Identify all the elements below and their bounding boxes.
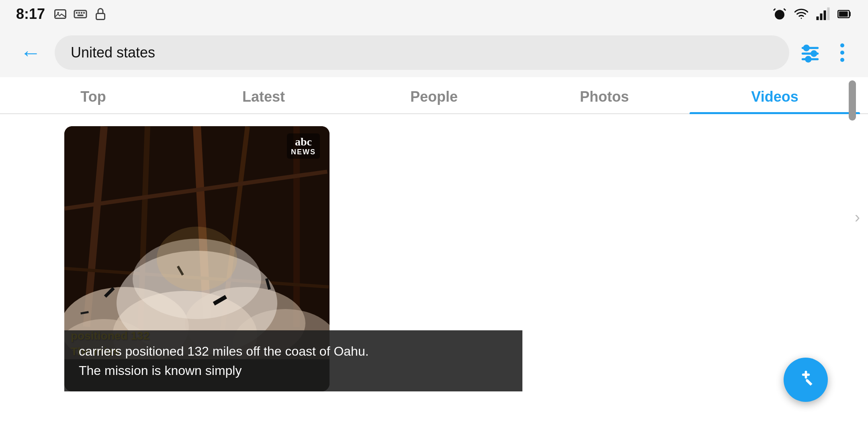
tab-latest[interactable]: Latest bbox=[178, 77, 349, 113]
signal-icon bbox=[816, 7, 830, 21]
svg-rect-8 bbox=[96, 14, 105, 20]
abc-text: abc bbox=[291, 136, 316, 148]
tab-photos[interactable]: Photos bbox=[519, 77, 690, 113]
svg-rect-15 bbox=[827, 8, 830, 20]
news-text: NEWS bbox=[291, 148, 316, 156]
tab-top[interactable]: Top bbox=[8, 77, 178, 113]
tab-videos[interactable]: Videos bbox=[690, 77, 860, 113]
chevron-right-icon[interactable]: › bbox=[855, 208, 860, 226]
scrollbar-thumb[interactable] bbox=[849, 80, 856, 121]
filter-icon[interactable] bbox=[799, 41, 821, 64]
svg-point-24 bbox=[806, 57, 811, 62]
status-bar: 8:17 bbox=[0, 0, 868, 28]
tab-people[interactable]: People bbox=[349, 77, 519, 113]
alarm-icon bbox=[772, 7, 787, 21]
svg-rect-12 bbox=[817, 16, 819, 20]
svg-point-20 bbox=[804, 46, 809, 51]
plus-pen-icon bbox=[795, 367, 817, 389]
keyboard-icon bbox=[73, 7, 88, 21]
battery-icon bbox=[837, 7, 852, 21]
svg-point-26 bbox=[840, 51, 844, 55]
photo-icon bbox=[53, 7, 68, 21]
svg-rect-2 bbox=[74, 10, 86, 18]
svg-rect-17 bbox=[839, 12, 848, 17]
back-button[interactable]: ← bbox=[16, 42, 45, 63]
svg-point-48 bbox=[157, 227, 237, 291]
more-vertical-icon[interactable] bbox=[833, 41, 852, 64]
status-time: 8:17 bbox=[16, 6, 45, 23]
svg-line-11 bbox=[784, 9, 786, 11]
svg-point-1 bbox=[57, 12, 59, 14]
abc-news-logo: abc NEWS bbox=[287, 133, 320, 159]
scrollbar[interactable] bbox=[849, 80, 856, 161]
svg-point-25 bbox=[840, 43, 844, 47]
compose-fab-button[interactable] bbox=[784, 358, 828, 402]
compose-icon bbox=[795, 367, 817, 393]
header-actions bbox=[799, 41, 852, 64]
status-right bbox=[772, 7, 852, 21]
svg-rect-0 bbox=[55, 10, 66, 18]
status-icons bbox=[53, 7, 108, 21]
wifi-icon bbox=[794, 7, 809, 21]
video-card[interactable]: abc NEWS positioned 132 The miss carrier… bbox=[64, 126, 426, 391]
svg-rect-14 bbox=[824, 10, 826, 20]
svg-point-27 bbox=[840, 58, 844, 62]
search-input[interactable] bbox=[55, 35, 789, 70]
header: ← bbox=[0, 28, 868, 77]
svg-line-10 bbox=[774, 9, 776, 11]
tabs: Top Latest People Photos Videos bbox=[0, 77, 868, 114]
svg-rect-13 bbox=[820, 14, 823, 20]
svg-point-22 bbox=[812, 51, 817, 56]
status-left: 8:17 bbox=[16, 6, 108, 23]
caption-text: carriers positioned 132 miles off the co… bbox=[79, 342, 508, 380]
caption-overlay: carriers positioned 132 miles off the co… bbox=[64, 330, 522, 391]
lock-icon bbox=[93, 7, 108, 21]
main-content: abc NEWS positioned 132 The miss carrier… bbox=[0, 114, 868, 391]
